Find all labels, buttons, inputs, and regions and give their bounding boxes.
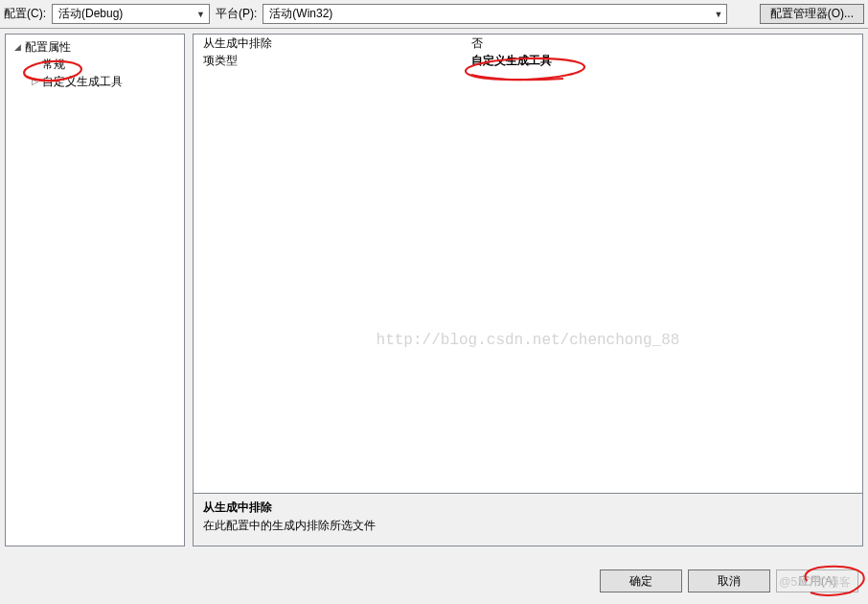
config-manager-button[interactable]: 配置管理器(O)... — [760, 4, 864, 24]
main-area: ◢ 配置属性 常规 ▷ 自定义生成工具 从生成中排除 否 项类型 自定义生成工具 — [0, 29, 868, 551]
grid-row[interactable]: 从生成中排除 否 — [194, 35, 862, 52]
watermark-text: http://blog.csdn.net/chenchong_88 — [194, 332, 862, 349]
platform-label: 平台(P): — [216, 6, 257, 22]
platform-combo[interactable]: 活动(Win32) ▼ — [263, 4, 727, 24]
config-combo[interactable]: 活动(Debug) ▼ — [52, 4, 210, 24]
config-label: 配置(C): — [4, 6, 46, 22]
tree-root[interactable]: ◢ 配置属性 — [8, 38, 182, 56]
description-panel: 从生成中排除 在此配置中的生成内排除所选文件 — [193, 494, 863, 546]
grid-label-exclude: 从生成中排除 — [203, 35, 471, 52]
ok-button[interactable]: 确定 — [600, 569, 682, 592]
tree-root-label: 配置属性 — [25, 39, 71, 56]
grid-value-item-type[interactable]: 自定义生成工具 — [471, 53, 862, 69]
grid-row[interactable]: 项类型 自定义生成工具 — [194, 52, 862, 69]
grid-label-item-type: 项类型 — [203, 53, 471, 69]
cancel-button[interactable]: 取消 — [688, 569, 770, 592]
expander-placeholder — [29, 58, 40, 70]
chevron-down-icon: ▼ — [714, 10, 722, 19]
content-panel: 从生成中排除 否 项类型 自定义生成工具 http://blog.csdn.ne… — [193, 34, 863, 546]
grid-value-exclude[interactable]: 否 — [471, 35, 862, 52]
description-title: 从生成中排除 — [203, 499, 853, 516]
tree: ◢ 配置属性 常规 ▷ 自定义生成工具 — [6, 35, 184, 94]
expander-icon[interactable]: ◢ — [11, 41, 23, 53]
expander-icon[interactable]: ▷ — [29, 76, 40, 87]
property-grid: 从生成中排除 否 项类型 自定义生成工具 http://blog.csdn.ne… — [193, 34, 863, 494]
config-combo-value: 活动(Debug) — [58, 6, 123, 22]
tree-item-label: 自定义生成工具 — [42, 74, 123, 90]
tree-item-custom-build-tool[interactable]: ▷ 自定义生成工具 — [8, 73, 182, 90]
chevron-down-icon: ▼ — [196, 10, 205, 19]
platform-combo-value: 活动(Win32) — [269, 6, 332, 22]
tree-item-general[interactable]: 常规 — [8, 56, 182, 73]
tree-item-label: 常规 — [42, 57, 65, 73]
dialog-buttons: 确定 取消 应用(A) — [600, 569, 858, 592]
apply-button[interactable]: 应用(A) — [776, 569, 858, 592]
tree-panel: ◢ 配置属性 常规 ▷ 自定义生成工具 — [5, 34, 185, 546]
toolbar: 配置(C): 活动(Debug) ▼ 平台(P): 活动(Win32) ▼ 配置… — [0, 0, 868, 29]
description-text: 在此配置中的生成内排除所选文件 — [203, 518, 853, 534]
